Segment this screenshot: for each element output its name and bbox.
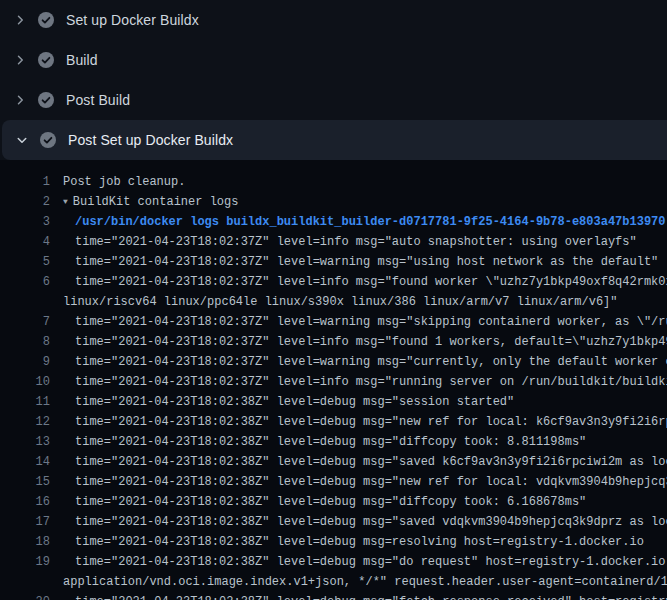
- line-number[interactable]: 19: [0, 552, 50, 572]
- line-number[interactable]: 17: [0, 512, 50, 532]
- line-number[interactable]: 10: [0, 372, 50, 392]
- step-row-set-up-docker-buildx[interactable]: Set up Docker Buildx: [0, 0, 667, 40]
- log-area: 1Post job cleanup.2▼BuildKit container l…: [0, 160, 667, 600]
- log-command-text: /usr/bin/docker logs buildx_buildkit_bui…: [63, 212, 666, 232]
- step-status: [40, 132, 56, 148]
- log-text: application/vnd.oci.image.index.v1+json,…: [63, 572, 667, 592]
- line-number[interactable]: 16: [0, 492, 50, 512]
- log-text: Post job cleanup.: [63, 172, 185, 192]
- log-line-18: 18time="2021-04-23T18:02:38Z" level=debu…: [0, 532, 667, 552]
- step-row-post-set-up-docker-buildx[interactable]: Post Set up Docker Buildx: [2, 120, 667, 160]
- log-text: time="2021-04-23T18:02:38Z" level=debug …: [63, 452, 667, 472]
- line-number[interactable]: 13: [0, 432, 50, 452]
- line-number[interactable]: 3: [0, 212, 50, 232]
- log-line-11: 11time="2021-04-23T18:02:38Z" level=debu…: [0, 392, 667, 412]
- log-line-9: 9time="2021-04-23T18:02:37Z" level=warni…: [0, 352, 667, 372]
- log-line-20: 20time="2021-04-23T18:02:38Z" level=debu…: [0, 592, 667, 600]
- step-status: [38, 52, 54, 68]
- check-circle-icon: [38, 52, 54, 68]
- line-number[interactable]: 12: [0, 412, 50, 432]
- actions-log-viewer: Set up Docker BuildxBuildPost BuildPost …: [0, 0, 667, 600]
- line-number[interactable]: 11: [0, 392, 50, 412]
- log-text: time="2021-04-23T18:02:37Z" level=warnin…: [63, 352, 667, 372]
- log-text: linux/riscv64 linux/ppc64le linux/s390x …: [63, 292, 618, 312]
- line-number[interactable]: 15: [0, 472, 50, 492]
- line-number[interactable]: 1: [0, 172, 50, 192]
- check-circle-icon: [38, 12, 54, 28]
- line-number[interactable]: 7: [0, 312, 50, 332]
- log-text: time="2021-04-23T18:02:38Z" level=debug …: [63, 552, 667, 572]
- log-line-6: 6time="2021-04-23T18:02:37Z" level=info …: [0, 272, 667, 292]
- step-chevron: [12, 54, 28, 66]
- step-label: Build: [66, 52, 98, 68]
- log-line-6-wrap: linux/riscv64 linux/ppc64le linux/s390x …: [0, 292, 667, 312]
- step-row-build[interactable]: Build: [0, 40, 667, 80]
- log-line-19-wrap: application/vnd.oci.image.index.v1+json,…: [0, 572, 667, 592]
- log-text: time="2021-04-23T18:02:38Z" level=debug …: [63, 472, 667, 492]
- line-number[interactable]: 20: [0, 592, 50, 600]
- line-number[interactable]: 4: [0, 232, 50, 252]
- log-line-10: 10time="2021-04-23T18:02:37Z" level=info…: [0, 372, 667, 392]
- check-circle-icon: [40, 132, 56, 148]
- line-number[interactable]: 6: [0, 272, 50, 292]
- log-text: time="2021-04-23T18:02:38Z" level=debug …: [63, 392, 514, 412]
- log-text: time="2021-04-23T18:02:38Z" level=debug …: [63, 592, 667, 600]
- chevron-right-icon: [14, 94, 26, 106]
- log-line-5: 5time="2021-04-23T18:02:37Z" level=warni…: [0, 252, 667, 272]
- line-number[interactable]: 18: [0, 532, 50, 552]
- step-row-post-build[interactable]: Post Build: [0, 80, 667, 120]
- log-group-header[interactable]: ▼BuildKit container logs: [63, 192, 238, 212]
- log-line-7: 7time="2021-04-23T18:02:37Z" level=warni…: [0, 312, 667, 332]
- steps-list: Set up Docker BuildxBuildPost BuildPost …: [0, 0, 667, 160]
- log-text: time="2021-04-23T18:02:38Z" level=debug …: [63, 512, 667, 532]
- log-text: time="2021-04-23T18:02:38Z" level=debug …: [63, 532, 644, 552]
- log-text: time="2021-04-23T18:02:37Z" level=info m…: [63, 332, 667, 352]
- step-status: [38, 92, 54, 108]
- step-chevron: [14, 134, 30, 146]
- chevron-down-icon: [16, 134, 28, 146]
- log-text: time="2021-04-23T18:02:37Z" level=info m…: [63, 232, 637, 252]
- log-line-15: 15time="2021-04-23T18:02:38Z" level=debu…: [0, 472, 667, 492]
- log-line-12: 12time="2021-04-23T18:02:38Z" level=debu…: [0, 412, 667, 432]
- log-line-8: 8time="2021-04-23T18:02:37Z" level=info …: [0, 332, 667, 352]
- step-chevron: [12, 14, 28, 26]
- log-line-3: 3/usr/bin/docker logs buildx_buildkit_bu…: [0, 212, 667, 232]
- log-line-13: 13time="2021-04-23T18:02:38Z" level=debu…: [0, 432, 667, 452]
- log-text: time="2021-04-23T18:02:38Z" level=debug …: [63, 492, 586, 512]
- log-text: time="2021-04-23T18:02:37Z" level=info m…: [63, 372, 667, 392]
- line-number[interactable]: 2: [0, 192, 50, 212]
- log-line-4: 4time="2021-04-23T18:02:37Z" level=info …: [0, 232, 667, 252]
- line-number[interactable]: 9: [0, 352, 50, 372]
- log-line-17: 17time="2021-04-23T18:02:38Z" level=debu…: [0, 512, 667, 532]
- caret-down-icon: ▼: [63, 192, 68, 212]
- line-number: [0, 292, 50, 312]
- step-chevron: [12, 94, 28, 106]
- chevron-right-icon: [14, 54, 26, 66]
- line-number[interactable]: 5: [0, 252, 50, 272]
- log-line-19: 19time="2021-04-23T18:02:38Z" level=debu…: [0, 552, 667, 572]
- line-number[interactable]: 8: [0, 332, 50, 352]
- chevron-right-icon: [14, 14, 26, 26]
- step-status: [38, 12, 54, 28]
- log-text: time="2021-04-23T18:02:37Z" level=warnin…: [63, 312, 667, 332]
- line-number[interactable]: 14: [0, 452, 50, 472]
- log-text: time="2021-04-23T18:02:38Z" level=debug …: [63, 412, 667, 432]
- check-circle-icon: [38, 92, 54, 108]
- log-text: time="2021-04-23T18:02:37Z" level=warnin…: [63, 252, 658, 272]
- log-line-1: 1Post job cleanup.: [0, 172, 667, 192]
- step-label: Post Build: [66, 92, 130, 108]
- log-line-14: 14time="2021-04-23T18:02:38Z" level=debu…: [0, 452, 667, 472]
- step-label: Post Set up Docker Buildx: [68, 132, 233, 148]
- log-text: time="2021-04-23T18:02:37Z" level=info m…: [63, 272, 667, 292]
- log-text: time="2021-04-23T18:02:38Z" level=debug …: [63, 432, 586, 452]
- step-label: Set up Docker Buildx: [66, 12, 199, 28]
- log-line-2: 2▼BuildKit container logs: [0, 192, 667, 212]
- log-line-16: 16time="2021-04-23T18:02:38Z" level=debu…: [0, 492, 667, 512]
- line-number: [0, 572, 50, 592]
